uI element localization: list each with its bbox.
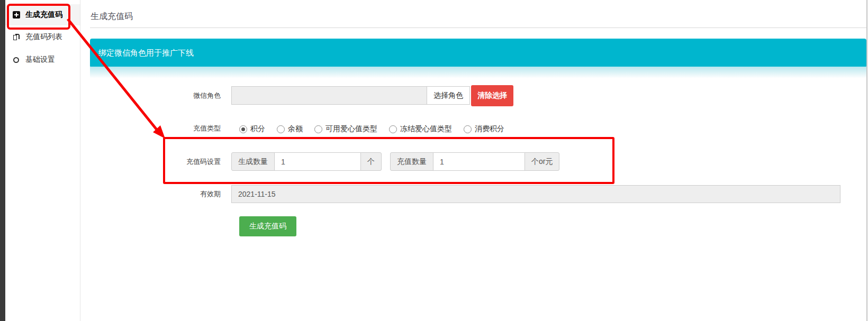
copy-icon (12, 33, 20, 41)
scrollbar-track (866, 0, 867, 321)
radio-selected-icon (239, 125, 247, 133)
generate-quantity-input[interactable] (274, 152, 361, 171)
sidebar-item-generate-code[interactable]: 生成充值码 (5, 4, 80, 25)
sidebar-item-code-list[interactable]: 充值码列表 (5, 26, 80, 48)
title-divider (90, 27, 866, 28)
radio-option-balance[interactable]: 余额 (277, 124, 303, 134)
radio-unselected-icon (389, 125, 397, 133)
select-role-button[interactable]: 选择角色 (427, 86, 470, 105)
recharge-type-label: 充值类型 (157, 125, 221, 132)
window-edge-strip (0, 0, 5, 321)
code-settings-label: 充值码设置 (157, 158, 221, 166)
recharge-quantity-unit: 个or元 (525, 152, 559, 171)
radio-option-points[interactable]: 积分 (239, 124, 265, 134)
radio-option-consume-points[interactable]: 消费积分 (464, 124, 504, 134)
radio-option-label: 余额 (288, 124, 303, 134)
sidebar-item-label: 充值码列表 (25, 32, 62, 42)
info-banner: 绑定微信角色用于推广下线 (90, 39, 866, 68)
validity-date-input[interactable] (231, 185, 840, 203)
radio-option-available-love-value[interactable]: 可用爱心值类型 (314, 124, 377, 134)
radio-unselected-icon (314, 125, 322, 133)
sidebar-item-basic-settings[interactable]: 基础设置 (5, 49, 80, 70)
sidebar-item-label: 基础设置 (25, 55, 55, 65)
wechat-role-label: 微信角色 (157, 92, 221, 99)
recharge-type-radio-group: 积分 余额 可用爱心值类型 冻结爱心值类型 消费积分 (239, 124, 504, 134)
recharge-quantity-addon: 充值数量 (390, 152, 433, 171)
radio-option-label: 冻结爱心值类型 (400, 124, 452, 134)
wechat-role-input[interactable] (231, 86, 427, 105)
radio-option-label: 消费积分 (475, 124, 504, 134)
page-title: 生成充值码 (91, 11, 133, 22)
radio-unselected-icon (464, 125, 472, 133)
recharge-quantity-group: 充值数量 个or元 (390, 152, 559, 171)
plus-square-icon (12, 11, 20, 19)
generate-code-submit-button[interactable]: 生成充值码 (239, 216, 296, 236)
radio-option-label: 可用爱心值类型 (326, 124, 377, 134)
banner-shadow (90, 67, 866, 78)
validity-label: 有效期 (157, 190, 221, 198)
sidebar-item-label: 生成充值码 (25, 10, 62, 20)
sidebar: 生成充值码 充值码列表 基础设置 (5, 0, 80, 321)
recharge-quantity-input[interactable] (433, 152, 525, 171)
generate-quantity-addon: 生成数量 (231, 152, 275, 171)
generate-quantity-unit: 个 (360, 152, 382, 171)
radio-option-frozen-love-value[interactable]: 冻结爱心值类型 (389, 124, 452, 134)
generate-quantity-group: 生成数量 个 (231, 152, 382, 171)
clear-selection-button[interactable]: 清除选择 (471, 85, 513, 106)
radio-option-label: 积分 (250, 124, 265, 134)
circle-icon (12, 56, 20, 64)
info-banner-text: 绑定微信角色用于推广下线 (98, 48, 194, 58)
radio-unselected-icon (277, 125, 285, 133)
